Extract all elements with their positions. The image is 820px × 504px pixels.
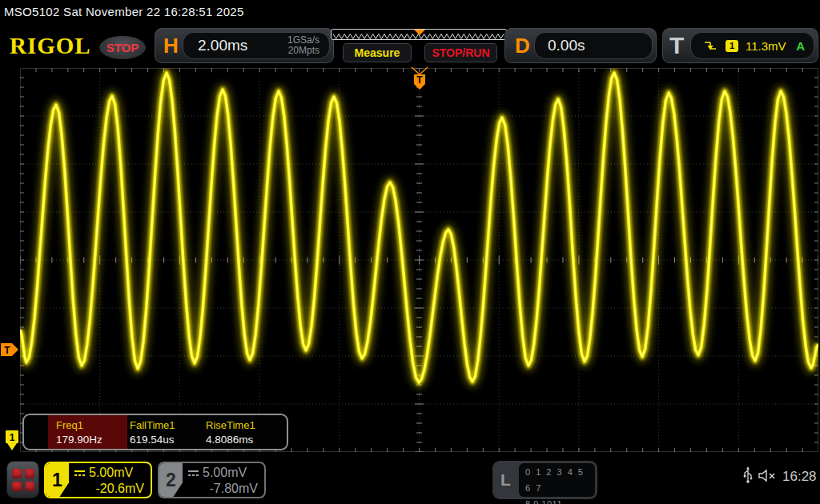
stop-run-button[interactable]: STOP/RUN (424, 43, 497, 62)
menu-button[interactable] (6, 461, 39, 498)
channel2-scale: 5.00mV (203, 466, 247, 480)
measurement-label: Freq1 (56, 419, 83, 431)
channel1-ground-marker[interactable]: 1 (5, 430, 19, 452)
model-and-datetime: MSO5102 Sat November 22 16:28:51 2025 (4, 5, 244, 18)
trigger-position-marker[interactable]: T (408, 65, 431, 92)
measurement-label: FallTime1 (130, 419, 175, 431)
measurement-value: 619.54us (130, 434, 175, 446)
timebase-pill[interactable]: 2.00ms 1GSa/s 20Mpts (183, 32, 330, 59)
acquisition-status-badge: STOP (99, 36, 146, 59)
grid-menu-icon (12, 469, 22, 478)
ch1-waveform-trace (20, 73, 818, 382)
digital-channel-numbers: 0 1 2 3 4 5 6 7 8 9 1011 12131415 (519, 463, 595, 497)
dc-coupling-icon (187, 469, 199, 478)
measure-button[interactable]: Measure (343, 43, 412, 62)
grid-menu-icon (25, 482, 34, 491)
speaker-muted-icon[interactable] (758, 469, 778, 482)
grid-menu-icon (25, 469, 34, 478)
grid-menu-icon (12, 482, 22, 491)
trigger-source-badge: 1 (726, 40, 738, 52)
clock: 16:28 (782, 469, 817, 485)
trigger-mode: A (796, 39, 805, 53)
measurement-value: 4.8086ms (206, 434, 253, 446)
channel2-number: 2 (159, 463, 183, 497)
grid (20, 68, 818, 452)
trigger-label: T (669, 29, 684, 62)
delay-section[interactable]: D 0.00s (504, 28, 657, 63)
trigger-pill[interactable]: 1 11.3mV A (690, 32, 814, 59)
delay-label: D (515, 29, 530, 62)
measurement-label: RiseTime1 (206, 419, 255, 431)
channel1-box[interactable]: 1 5.00mV -20.6mV (44, 462, 152, 498)
timebase-value: 2.00ms (198, 37, 247, 54)
channel1-ground-marker-label: 1 (10, 432, 15, 443)
channel1-number: 1 (46, 463, 69, 497)
trigger-slope-falling-icon (704, 40, 717, 52)
trigger-position-marker-label: T (416, 74, 423, 86)
rigol-logo: RIGOL (10, 33, 91, 59)
delay-value: 0.00s (548, 37, 585, 54)
overview-trigger-marker[interactable] (413, 29, 426, 36)
measure-button-label: Measure (355, 46, 400, 59)
measurement-value: 179.90Hz (56, 434, 102, 446)
horizontal-section[interactable]: H 2.00ms 1GSa/s 20Mpts (155, 28, 334, 63)
dc-coupling-icon (74, 469, 86, 478)
digital-row-2: 8 9 1011 12131415 (525, 496, 595, 504)
titlebar: MSO5102 Sat November 22 16:28:51 2025 (0, 0, 820, 24)
memory-depth: 20Mpts (287, 46, 320, 56)
usb-icon (742, 466, 754, 485)
delay-pill[interactable]: 0.00s (534, 32, 653, 59)
stop-run-button-label: STOP/RUN (432, 46, 489, 59)
oscilloscope-screen: MSO5102 Sat November 22 16:28:51 2025 RI… (0, 0, 820, 504)
trigger-level-marker-label: T (4, 345, 10, 356)
measurement-panel[interactable]: Freq1 179.90Hz FallTime1 619.54us RiseTi… (22, 414, 288, 450)
channel2-box[interactable]: 2 5.00mV -7.80mV (158, 462, 266, 498)
trigger-level-marker[interactable]: T (0, 342, 20, 357)
digital-channels-box[interactable]: L 0 1 2 3 4 5 6 7 8 9 1011 12131415 (492, 461, 597, 499)
trigger-section[interactable]: T 1 11.3mV A (662, 28, 818, 63)
channel1-offset: -20.6mV (96, 482, 144, 496)
acquisition-info: 1GSa/s 20Mpts (287, 35, 320, 56)
digital-label: L (492, 461, 519, 499)
horizontal-label: H (163, 29, 179, 62)
channel2-offset: -7.80mV (210, 482, 258, 496)
digital-row-1: 0 1 2 3 4 5 6 7 (525, 464, 595, 496)
channel1-scale: 5.00mV (89, 466, 133, 480)
graticule-and-waveform (20, 68, 818, 452)
trigger-level-value: 11.3mV (746, 39, 786, 53)
